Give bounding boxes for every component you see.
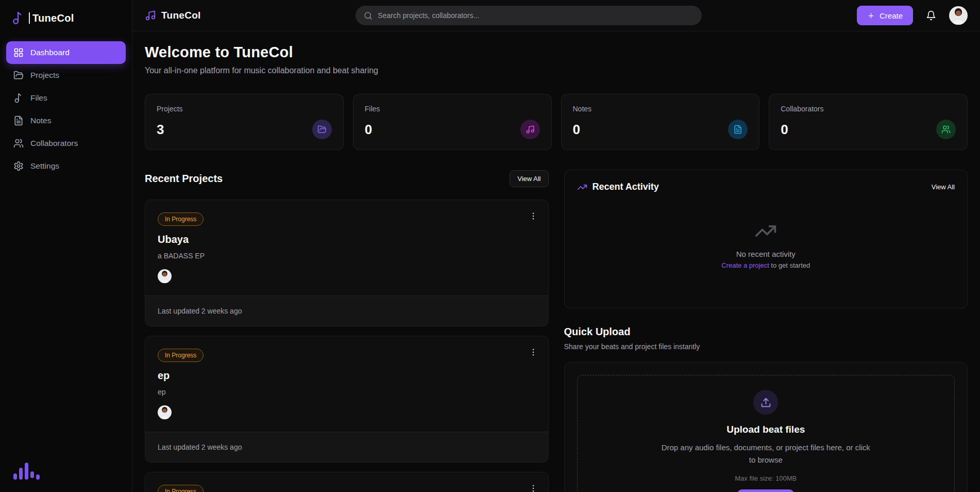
topbar: TuneCol Create [132,0,980,31]
sidebar-item-label: Settings [30,161,59,171]
kebab-icon [529,484,538,492]
project-menu-button[interactable] [527,346,540,359]
create-button[interactable]: Create [857,6,913,25]
dashboard-columns: Recent Projects View All In Progress Uba… [145,170,968,492]
dashboard-content: Welcome to TuneCol Your all-in-one platf… [132,31,980,492]
users-icon [13,138,24,149]
sidebar-logo: TuneCol [6,11,126,25]
dropzone-title: Upload beat files [590,424,942,435]
recent-projects-title: Recent Projects [145,173,223,185]
project-card[interactable]: In Progress ep ep Last updated 2 weeks a… [145,336,549,463]
quick-upload-title: Quick Upload [564,326,968,338]
recent-activity-card: Recent Activity View All No recent activ… [564,170,968,308]
folder-open-icon [312,120,332,139]
quick-upload-card: Upload beat files Drop any audio files, … [564,362,968,492]
sidebar: TuneCol Dashboard Projects Files Notes C… [0,0,132,492]
person-photo [158,269,172,283]
music-notes-icon [520,120,540,139]
topbar-brand: TuneCol [145,10,201,21]
page-title: Welcome to TuneCol [145,44,968,61]
create-a-project-link[interactable]: Create a project [721,261,769,269]
trending-up-icon [754,220,777,242]
projects-view-all-button[interactable]: View All [510,170,548,187]
sidebar-item-label: Files [30,93,47,103]
gear-icon [13,161,24,171]
text-cursor [29,12,30,24]
project-name: Ubaya [158,234,536,245]
status-badge: In Progress [158,212,204,226]
music-notes-icon [145,10,156,21]
stat-value: 0 [781,122,788,138]
search-icon [364,11,373,20]
status-badge: In Progress [158,349,204,362]
file-text-icon [13,116,24,126]
music-note-icon [11,11,25,25]
activity-view-all-button[interactable]: View All [932,183,955,191]
dropzone-instructions: Drop any audio files, documents, or proj… [657,441,874,466]
stat-label: Projects [157,105,332,113]
activity-empty-state: No recent activity Create a project to g… [577,192,955,297]
stat-label: Notes [573,105,748,113]
project-menu-button[interactable] [527,209,540,223]
project-last-updated: Last updated 2 weeks ago [145,296,548,326]
sidebar-item-dashboard[interactable]: Dashboard [6,41,126,64]
plus-icon [867,12,875,20]
person-photo [949,6,968,25]
stat-card-files: Files 0 [353,94,552,150]
project-description: ep [158,388,536,396]
max-file-size: Max file size: 100MB [590,474,942,482]
stats-row: Projects 3 Files 0 [145,94,968,150]
stat-value: 0 [573,122,580,138]
trending-up-icon [577,182,587,192]
topbar-actions: Create [857,6,968,25]
main-area: TuneCol Create Welcome to TuneCol [132,0,980,492]
sidebar-item-label: Projects [30,71,59,80]
sidebar-item-label: Dashboard [30,48,70,57]
stat-card-projects: Projects 3 [145,94,344,150]
folder-open-icon [13,70,24,80]
project-card[interactable]: In Progress [145,472,549,492]
project-description: a BADASS EP [158,252,536,260]
file-text-icon [728,120,748,139]
sidebar-logo-text: TuneCol [32,12,74,24]
dashboard-grid-icon [13,47,24,58]
users-icon [936,120,956,139]
person-photo [158,405,172,419]
upload-dropzone[interactable]: Upload beat files Drop any audio files, … [577,375,955,492]
recent-activity-title: Recent Activity [593,182,659,192]
recent-projects-section: Recent Projects View All In Progress Uba… [145,170,549,492]
sidebar-item-settings[interactable]: Settings [6,155,126,177]
quick-upload-subtitle: Share your beats and project files insta… [564,342,968,351]
sidebar-item-label: Collaborators [30,139,78,148]
status-badge: In Progress [158,485,204,492]
empty-state-suffix: to get started [769,261,810,269]
stat-value: 0 [365,122,372,138]
project-name: ep [158,370,536,382]
sidebar-item-notes[interactable]: Notes [6,109,126,132]
app-root: TuneCol Dashboard Projects Files Notes C… [0,0,980,492]
sidebar-nav: Dashboard Projects Files Notes Collabora… [6,41,126,177]
project-card[interactable]: In Progress Ubaya a BADASS EP Last updat… [145,200,549,326]
stat-value: 3 [157,122,164,138]
collaborator-avatar [158,269,172,283]
music-note-icon [13,93,24,103]
topbar-brand-text: TuneCol [161,10,201,21]
page-subtitle: Your all-in-one platform for music colla… [145,66,968,75]
search-input[interactable] [378,11,694,20]
sidebar-item-projects[interactable]: Projects [6,64,126,87]
search-bar [356,6,702,25]
project-menu-button[interactable] [527,482,540,492]
sidebar-item-label: Notes [30,116,52,125]
stat-label: Collaborators [781,105,956,113]
kebab-icon [529,348,538,357]
sidebar-item-collaborators[interactable]: Collaborators [6,132,126,155]
upload-icon [753,390,778,415]
project-last-updated: Last updated 2 weeks ago [145,432,548,462]
user-avatar[interactable] [949,6,968,25]
create-button-label: Create [880,11,903,20]
sidebar-item-files[interactable]: Files [6,87,126,109]
kebab-icon [529,211,538,221]
collaborator-avatar [158,405,172,419]
browse-files-button[interactable] [737,489,794,492]
notifications-bell-button[interactable] [926,10,936,21]
